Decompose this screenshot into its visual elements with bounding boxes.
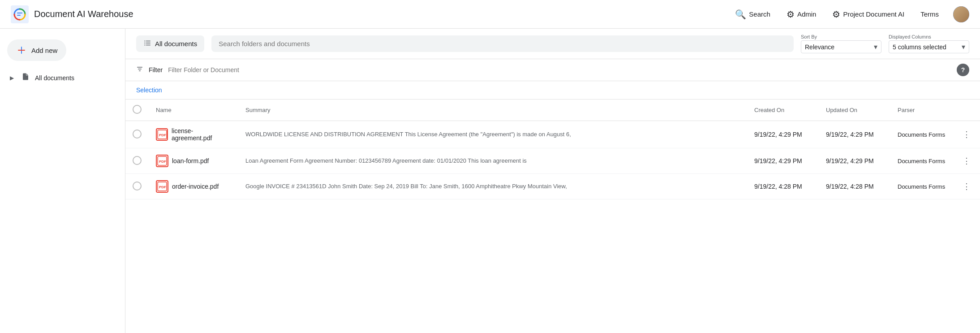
sidebar-item-label: All documents	[35, 74, 74, 82]
svg-rect-9	[144, 45, 145, 46]
parser-value: Documents Forms	[898, 183, 945, 190]
table-row: PDF order-invoice.pdf Google INVOICE # 2…	[125, 174, 980, 199]
file-name[interactable]: PDF license-agreement.pdf	[156, 127, 231, 142]
row-created-cell: 9/19/22, 4:29 PM	[747, 121, 819, 148]
row-created-cell: 9/19/22, 4:28 PM	[747, 174, 819, 199]
project-nav-item[interactable]: ⚙ Project Document AI	[830, 5, 906, 23]
row-checkbox-cell	[125, 121, 149, 148]
header-checkbox[interactable]	[133, 105, 142, 114]
summary-text: WORLDWIDE LICENSE AND DISTRIBUTION AGREE…	[245, 131, 571, 138]
sort-dropdown-arrow: ▾	[874, 43, 877, 51]
user-avatar[interactable]	[953, 6, 969, 22]
app-layout: Add new ▶ All documents	[0, 29, 980, 333]
terms-nav-item[interactable]: Terms	[919, 7, 941, 22]
columns-select[interactable]: 5 columns selected ▾	[889, 40, 969, 53]
summary-text: Google INVOICE # 23413561D John Smith Da…	[245, 183, 567, 190]
nav-actions: 🔍 Search ⚙ Admin ⚙ Project Document AI T…	[733, 5, 969, 23]
columns-value: 5 columns selected	[893, 43, 946, 51]
app-title: Document AI Warehouse	[34, 9, 133, 19]
more-options-button[interactable]: ⋮	[960, 180, 973, 193]
sidebar-item-all-documents[interactable]: ▶ All documents	[0, 68, 118, 87]
row-parser-cell: Documents Forms	[890, 148, 953, 174]
pdf-icon: PDF	[156, 155, 168, 167]
search-nav-item[interactable]: 🔍 Search	[733, 5, 772, 23]
list-icon	[143, 39, 151, 48]
filter-input[interactable]	[168, 66, 951, 74]
row-name-cell: PDF license-agreement.pdf	[149, 121, 238, 148]
logo-icon	[11, 5, 29, 23]
search-nav-label: Search	[749, 10, 770, 18]
svg-text:PDF: PDF	[159, 185, 166, 189]
sort-by-value: Relevance	[805, 43, 834, 51]
col-header-created: Created On	[747, 99, 819, 121]
selection-link[interactable]: Selection	[136, 86, 162, 94]
sort-by-label: Sort By	[801, 34, 881, 39]
add-new-button[interactable]: Add new	[7, 39, 66, 61]
all-documents-button[interactable]: All documents	[136, 35, 204, 52]
updated-on-value: 9/19/22, 4:29 PM	[826, 131, 874, 138]
search-icon: 🔍	[735, 9, 746, 20]
table-row: PDF license-agreement.pdf WORLDWIDE LICE…	[125, 121, 980, 148]
app-logo: Document AI Warehouse	[11, 5, 133, 23]
admin-icon: ⚙	[787, 9, 795, 20]
updated-on-value: 9/19/22, 4:29 PM	[826, 157, 874, 164]
plus-icon	[16, 45, 27, 56]
document-icon	[21, 73, 30, 83]
toolbar: All documents Sort By Relevance ▾ Displa…	[125, 29, 980, 59]
table-header-row: Name Summary Created On Updated On Parse…	[125, 99, 980, 121]
pdf-icon: PDF	[156, 128, 168, 141]
svg-rect-1	[17, 13, 22, 13]
row-summary-cell: Loan Agreement Form Agreement Number: 01…	[238, 148, 747, 174]
created-on-value: 9/19/22, 4:29 PM	[754, 131, 802, 138]
row-updated-cell: 9/19/22, 4:28 PM	[819, 174, 890, 199]
col-header-updated: Updated On	[819, 99, 890, 121]
columns-dropdown-arrow: ▾	[962, 43, 965, 51]
row-actions-cell: ⋮	[953, 148, 980, 174]
svg-rect-6	[146, 41, 150, 42]
parser-value: Documents Forms	[898, 131, 945, 138]
row-updated-cell: 9/19/22, 4:29 PM	[819, 148, 890, 174]
admin-nav-item[interactable]: ⚙ Admin	[785, 5, 818, 23]
filter-bar: Filter ?	[125, 59, 980, 81]
file-name-text: loan-form.pdf	[172, 157, 209, 164]
more-options-button[interactable]: ⋮	[960, 128, 973, 141]
project-nav-label: Project Document AI	[843, 10, 904, 18]
row-checkbox-cell	[125, 148, 149, 174]
svg-rect-2	[17, 15, 21, 16]
created-on-value: 9/19/22, 4:28 PM	[754, 183, 802, 190]
row-created-cell: 9/19/22, 4:29 PM	[747, 148, 819, 174]
more-options-button[interactable]: ⋮	[960, 155, 973, 167]
selection-row: Selection	[125, 81, 980, 99]
row-parser-cell: Documents Forms	[890, 174, 953, 199]
columns-group: Displayed Columns 5 columns selected ▾	[889, 34, 969, 53]
filter-icon	[136, 65, 143, 74]
sort-by-select[interactable]: Relevance ▾	[801, 40, 881, 53]
row-name-cell: PDF loan-form.pdf	[149, 148, 238, 174]
svg-rect-7	[144, 43, 145, 43]
file-name[interactable]: PDF order-invoice.pdf	[156, 180, 231, 193]
svg-rect-8	[146, 43, 150, 43]
row-checkbox[interactable]	[133, 182, 142, 190]
svg-rect-4	[18, 50, 25, 51]
col-header-name: Name	[149, 99, 238, 121]
col-header-actions	[953, 99, 980, 121]
row-name-cell: PDF order-invoice.pdf	[149, 174, 238, 199]
admin-nav-label: Admin	[797, 10, 817, 18]
file-name[interactable]: PDF loan-form.pdf	[156, 155, 231, 167]
row-actions-cell: ⋮	[953, 174, 980, 199]
add-new-label: Add new	[31, 47, 57, 54]
expand-icon: ▶	[7, 74, 16, 82]
search-input[interactable]	[211, 35, 794, 52]
row-checkbox[interactable]	[133, 156, 142, 165]
row-checkbox[interactable]	[133, 130, 142, 138]
avatar-image	[953, 6, 969, 22]
top-nav: Document AI Warehouse 🔍 Search ⚙ Admin ⚙…	[0, 0, 980, 29]
help-button[interactable]: ?	[957, 64, 969, 76]
updated-on-value: 9/19/22, 4:28 PM	[826, 183, 874, 190]
col-header-checkbox	[125, 99, 149, 121]
col-header-parser: Parser	[890, 99, 953, 121]
sort-by-group: Sort By Relevance ▾	[801, 34, 881, 53]
row-actions-cell: ⋮	[953, 121, 980, 148]
svg-rect-5	[144, 41, 145, 42]
col-header-summary: Summary	[238, 99, 747, 121]
